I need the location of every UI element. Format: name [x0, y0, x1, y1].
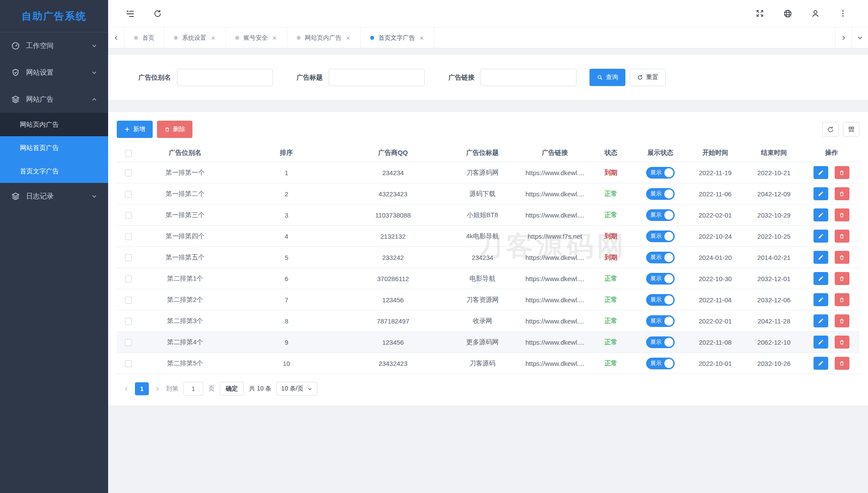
delete-row-button[interactable] [835, 166, 849, 179]
edit-button[interactable] [814, 230, 828, 243]
close-icon[interactable] [419, 35, 424, 41]
row-checkbox[interactable] [125, 212, 132, 219]
cell-end-time: 2042-11-28 [744, 317, 804, 325]
cell-ad-title: 刀客源码网 [443, 169, 522, 177]
alias-input[interactable] [177, 69, 273, 86]
close-icon[interactable] [272, 35, 277, 41]
sidebar-item-homepage-ads[interactable]: 网站首页广告 [0, 136, 108, 160]
cell-sort: 10 [230, 360, 343, 367]
cell-ad-link: https://www.dkewl.... [522, 296, 587, 304]
tab-dot [235, 36, 239, 40]
globe-icon[interactable] [783, 9, 793, 19]
display-toggle[interactable]: 展示 [646, 167, 675, 179]
row-checkbox[interactable] [125, 297, 132, 304]
row-checkbox[interactable] [125, 191, 132, 198]
edit-button[interactable] [814, 166, 828, 179]
tab-system-settings[interactable]: 系统设置 [164, 28, 226, 48]
user-icon[interactable] [811, 9, 820, 19]
display-toggle[interactable]: 展示 [646, 209, 675, 221]
tabbar: 首页 系统设置 账号安全 [108, 28, 868, 48]
column-settings-icon[interactable] [843, 122, 859, 137]
display-toggle[interactable]: 展示 [646, 230, 675, 242]
trash-icon [164, 127, 170, 132]
page-prev-icon[interactable] [123, 385, 130, 392]
delete-row-button[interactable] [835, 230, 849, 243]
delete-row-button[interactable] [835, 357, 849, 370]
tab-home[interactable]: 首页 [125, 28, 164, 48]
cell-ad-title: 4k电影导航 [443, 232, 522, 240]
cell-ad-link: https://www.dkewl.... [522, 275, 587, 282]
row-checkbox[interactable] [125, 318, 132, 325]
toggle-label: 展示 [650, 190, 662, 198]
sidebar-item-label: 工作空间 [26, 42, 91, 51]
delete-row-button[interactable] [835, 314, 849, 327]
delete-button[interactable]: 删除 [157, 121, 192, 138]
delete-row-button[interactable] [835, 293, 849, 306]
display-toggle[interactable]: 展示 [646, 273, 675, 285]
row-checkbox[interactable] [125, 254, 132, 261]
table-row: 第二排第3个 8 787182497 收录网 https://www.dkewl… [117, 311, 859, 332]
edit-button[interactable] [814, 314, 828, 327]
cell-end-time: 2014-02-21 [744, 254, 804, 261]
sidebar-item-logs[interactable]: 日志记录 [0, 183, 108, 210]
delete-row-button[interactable] [835, 272, 849, 285]
add-button[interactable]: 新增 [117, 121, 153, 138]
goto-confirm-button[interactable]: 确定 [220, 382, 244, 396]
table-body: 第一排第一个 1 234234 刀客源码网 https://www.dkewl.… [117, 162, 859, 374]
tabs-scroll-left-icon[interactable] [108, 28, 125, 48]
table-refresh-icon[interactable] [822, 122, 839, 137]
goto-page-input[interactable] [183, 382, 203, 396]
tab-account-security[interactable]: 账号安全 [226, 28, 287, 48]
fullscreen-icon[interactable] [756, 9, 765, 19]
close-icon[interactable] [346, 35, 351, 41]
more-menu-icon[interactable] [839, 9, 848, 19]
delete-row-button[interactable] [835, 251, 849, 264]
display-toggle[interactable]: 展示 [646, 294, 675, 306]
sidebar-item-inpage-ads[interactable]: 网站页内广告 [0, 113, 108, 136]
edit-button[interactable] [814, 187, 828, 200]
edit-button[interactable] [814, 357, 828, 370]
delete-row-button[interactable] [835, 187, 849, 200]
row-checkbox[interactable] [125, 275, 132, 282]
menu-collapse-icon[interactable] [125, 9, 135, 19]
ad-link-input[interactable] [480, 69, 577, 86]
sidebar-item-site-settings[interactable]: 网站设置 [0, 59, 108, 86]
display-toggle[interactable]: 展示 [646, 188, 675, 200]
delete-row-button[interactable] [835, 208, 849, 221]
display-toggle[interactable]: 展示 [646, 336, 675, 348]
display-toggle[interactable]: 展示 [646, 315, 675, 327]
page-next-icon[interactable] [154, 385, 161, 392]
ad-title-input[interactable] [329, 69, 425, 86]
select-all-checkbox[interactable] [125, 150, 132, 157]
row-checkbox[interactable] [125, 360, 132, 367]
sidebar-item-site-ads[interactable]: 网站广告 [0, 86, 108, 113]
row-checkbox[interactable] [125, 233, 132, 240]
close-icon[interactable] [211, 35, 216, 41]
edit-button[interactable] [814, 336, 828, 349]
tabs-menu-icon[interactable] [852, 28, 868, 48]
tab-home-text-ads[interactable]: 首页文字广告 [361, 28, 434, 48]
table-row: 第二排第5个 10 23432423 刀客源码 https://www.dkew… [117, 353, 859, 374]
page-size-select[interactable]: 10 条/页 [276, 382, 317, 396]
sidebar-item-workspace[interactable]: 工作空间 [0, 32, 108, 59]
row-checkbox[interactable] [125, 339, 132, 346]
toggle-label: 展示 [650, 296, 662, 304]
delete-row-button[interactable] [835, 336, 849, 349]
row-checkbox[interactable] [125, 170, 132, 176]
tab-inpage-ads[interactable]: 网站页内广告 [287, 28, 361, 48]
edit-button[interactable] [814, 293, 828, 306]
edit-button[interactable] [814, 251, 828, 264]
column-header: 状态 [588, 149, 634, 157]
chevron-down-icon [91, 42, 98, 49]
edit-button[interactable] [814, 208, 828, 221]
search-button[interactable]: 查询 [589, 69, 625, 86]
column-header: 广告链接 [522, 149, 587, 157]
tabs-scroll-right-icon[interactable] [835, 28, 852, 48]
page-number-button[interactable]: 1 [135, 382, 149, 395]
edit-button[interactable] [814, 272, 828, 285]
display-toggle[interactable]: 展示 [646, 358, 675, 369]
sidebar-item-home-text-ads[interactable]: 首页文字广告 [0, 160, 108, 183]
reset-button[interactable]: 重置 [630, 69, 666, 86]
display-toggle[interactable]: 展示 [646, 252, 675, 263]
refresh-icon[interactable] [153, 9, 163, 19]
